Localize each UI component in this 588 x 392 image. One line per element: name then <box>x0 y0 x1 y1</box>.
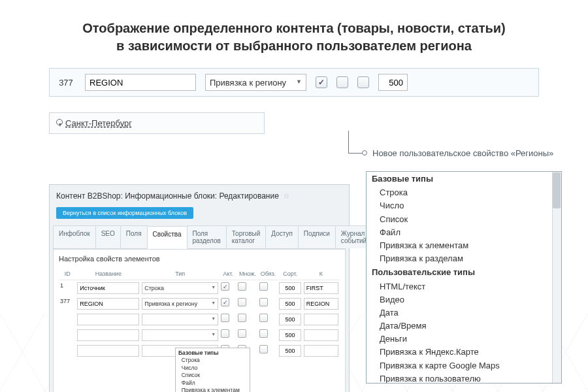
row-sort-input[interactable] <box>279 345 301 357</box>
page-title: Отображение определенного контента (това… <box>0 0 588 68</box>
column-header: ID <box>59 268 76 280</box>
dropdown-option[interactable]: Привязка к Яндекс.Карте <box>367 346 561 359</box>
row-mult-cb[interactable] <box>238 298 246 306</box>
tab-торговый каталог[interactable]: Торговый каталог <box>226 225 267 248</box>
column-header: Тип <box>140 268 220 280</box>
row-active-cb[interactable] <box>221 282 229 291</box>
dropdown-option[interactable]: Привязка к карте Google Maps <box>367 359 561 372</box>
mini-type-dropdown[interactable]: Базовые типы Строка Число Список Файл Пр… <box>175 348 250 392</box>
dropdown-option[interactable]: Число <box>367 199 561 212</box>
row-req-cb[interactable] <box>259 314 268 322</box>
option-group: Пользовательские типы <box>367 265 561 280</box>
map-pin-icon <box>56 119 63 128</box>
dropdown-option[interactable]: Файл <box>367 226 561 239</box>
tab-поля[interactable]: Поля <box>120 225 148 248</box>
type-select[interactable]: Привязка к региону <box>205 74 306 91</box>
row-req-cb[interactable] <box>259 282 268 291</box>
row-sort-input[interactable] <box>279 329 301 341</box>
row-type-select[interactable]: Строка <box>142 282 218 294</box>
dropdown-option[interactable]: Дата/Время <box>367 319 561 333</box>
row-req-cb[interactable] <box>259 345 268 353</box>
row-code-input[interactable] <box>304 345 338 357</box>
back-button[interactable]: Вернуться в список информационных блоков <box>56 207 193 219</box>
column-header: К <box>302 268 340 280</box>
row-type-select[interactable] <box>142 314 218 325</box>
row-sort-input[interactable] <box>279 314 301 325</box>
table-row <box>59 327 340 343</box>
row-req-cb[interactable] <box>259 298 268 306</box>
breadcrumb: Контент B2BShop: Информационные блоки: Р… <box>56 191 279 201</box>
column-header: Название <box>76 268 140 280</box>
tab-свойства[interactable]: Свойства <box>147 226 188 249</box>
tab-seo[interactable]: SEO <box>95 225 121 248</box>
row-id: 377 <box>56 78 76 88</box>
scrollbar-thumb[interactable] <box>553 172 561 208</box>
row-mult-cb[interactable] <box>238 314 246 322</box>
row-name-input[interactable] <box>77 329 139 341</box>
connector-line <box>348 131 349 153</box>
dropdown-option[interactable]: Привязка к элементам <box>367 239 561 252</box>
column-header: Множ. <box>237 268 258 280</box>
city-name: Санкт-Петербург <box>65 118 132 128</box>
sort-input[interactable] <box>378 74 408 91</box>
tab-доступ[interactable]: Доступ <box>265 225 299 248</box>
property-row: 377 Привязка к региону <box>49 68 539 97</box>
row-code-input[interactable] <box>304 282 338 294</box>
column-header: Сорт. <box>278 268 302 280</box>
row-active-cb[interactable] <box>221 314 229 322</box>
dropdown-option[interactable]: Видео <box>367 293 561 306</box>
scrollbar[interactable] <box>552 172 561 383</box>
star-icon[interactable]: ☆ <box>283 191 290 201</box>
multiple-checkbox[interactable] <box>336 76 348 88</box>
row-req-cb[interactable] <box>259 329 268 338</box>
row-name-input[interactable] <box>77 298 139 310</box>
table-row: 1Строка <box>59 280 340 297</box>
callout-text: Новое пользовательское свойство «Регионы… <box>372 148 553 158</box>
row-sort-input[interactable] <box>279 282 301 294</box>
row-name-input[interactable] <box>77 345 139 357</box>
city-selector[interactable]: Санкт-Петербург <box>49 112 265 134</box>
admin-panel: Контент B2BShop: Информационные блоки: Р… <box>49 184 350 392</box>
dropdown-option[interactable]: Привязка к разделам <box>367 252 561 265</box>
row-name-input[interactable] <box>77 314 139 325</box>
row-code-input[interactable] <box>304 298 338 310</box>
panel-title: Настройка свойств элементов <box>59 255 340 263</box>
admin-tabs: ИнфоблокSEOПоляСвойстваПоля разделовТорг… <box>53 225 346 249</box>
row-code-input[interactable] <box>304 314 338 325</box>
tab-подписи[interactable]: Подписи <box>298 225 336 248</box>
row-mult-cb[interactable] <box>238 282 246 291</box>
active-checkbox[interactable] <box>316 76 327 88</box>
row-type-select[interactable]: Привязка к региону <box>142 298 218 310</box>
required-checkbox[interactable] <box>357 76 369 88</box>
dropdown-option[interactable]: HTML/текст <box>367 280 561 293</box>
dropdown-option[interactable]: Привязка к пользователю <box>367 372 561 384</box>
tab-инфоблок[interactable]: Инфоблок <box>53 225 96 248</box>
option-group: Базовые типы <box>367 172 561 186</box>
row-sort-input[interactable] <box>279 298 301 310</box>
column-header: Акт. <box>220 268 237 280</box>
table-row: 377Привязка к региону <box>59 296 340 312</box>
row-mult-cb[interactable] <box>238 329 246 338</box>
type-dropdown-list[interactable]: Базовые типыСтрокаЧислоСписокФайлПривязк… <box>366 171 562 384</box>
row-code-input[interactable] <box>304 329 338 341</box>
dropdown-option[interactable]: Строка <box>367 186 561 199</box>
row-active-cb[interactable] <box>221 329 229 338</box>
connector-dot <box>362 150 367 155</box>
table-row <box>59 312 340 327</box>
row-type-select[interactable] <box>142 329 218 341</box>
type-select-value: Привязка к региону <box>210 78 286 88</box>
tab-поля разделов[interactable]: Поля разделов <box>187 225 227 248</box>
dropdown-option[interactable]: Список <box>367 213 561 226</box>
name-input[interactable] <box>85 74 196 91</box>
row-active-cb[interactable] <box>221 298 229 306</box>
dropdown-option[interactable]: Деньги <box>367 333 561 346</box>
dropdown-option[interactable]: Дата <box>367 306 561 319</box>
column-header: Обяз. <box>258 268 278 280</box>
row-name-input[interactable] <box>77 282 139 294</box>
properties-table: IDНазваниеТипАкт.Множ.Обяз.Сорт.К 1Строк… <box>59 268 340 359</box>
